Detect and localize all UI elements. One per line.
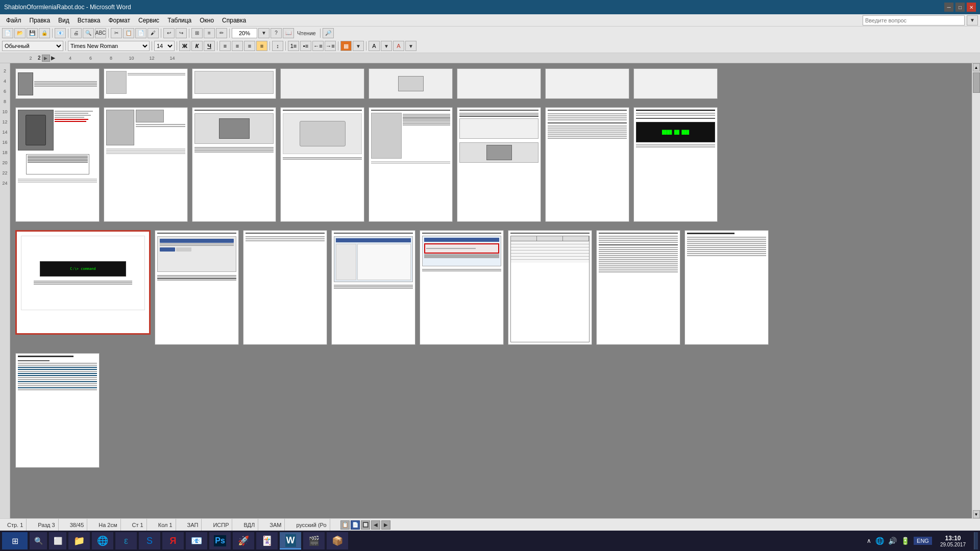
drawing-button[interactable]: ✏ <box>216 28 227 38</box>
menu-format[interactable]: Формат <box>104 16 134 25</box>
font-size-select[interactable]: 14 <box>154 41 175 51</box>
zoom-input[interactable] <box>232 28 257 38</box>
bullets-button[interactable]: •≡ <box>300 41 311 51</box>
status-icon-3[interactable]: 🔲 <box>361 520 370 530</box>
taskbar-word-button[interactable]: W <box>280 532 301 549</box>
highlight-dropdown[interactable]: ▼ <box>381 41 392 51</box>
border-button[interactable]: ▦ <box>340 41 352 51</box>
menu-help[interactable]: Справка <box>218 16 250 25</box>
align-left-button[interactable]: ≡ <box>219 41 231 51</box>
permission-button[interactable]: 🔒 <box>39 28 50 38</box>
start-button[interactable]: ⊞ <box>2 532 28 549</box>
tray-network[interactable]: 🌐 <box>875 537 884 545</box>
format-painter[interactable]: 🖌 <box>148 28 159 38</box>
research-button[interactable]: 🔎 <box>323 28 334 38</box>
highlight-button[interactable]: A <box>369 41 380 51</box>
page-thumbnail-r2-4[interactable] <box>280 107 364 222</box>
taskbar-app-button[interactable]: 🃏 <box>256 532 278 549</box>
style-select[interactable]: Обычный <box>2 41 63 51</box>
document-canvas[interactable]: ████ ██ ███ C:\> command <box>10 63 972 518</box>
numbering-button[interactable]: 1≡ <box>288 41 299 51</box>
redo-button[interactable]: ↪ <box>176 28 187 38</box>
increase-indent[interactable]: →≡ <box>325 41 336 51</box>
page-thumbnail-6[interactable] <box>457 68 541 99</box>
email-button[interactable]: 📧 <box>55 28 66 38</box>
status-icon-5[interactable]: ▶ <box>381 520 390 530</box>
menu-insert[interactable]: Вставка <box>74 16 105 25</box>
page-thumbnail-r4-1[interactable] <box>15 353 100 468</box>
taskbar-media-button[interactable]: 🎬 <box>303 532 325 549</box>
new-button[interactable]: 📄 <box>2 28 13 38</box>
bold-button[interactable]: Ж <box>179 41 190 51</box>
page-thumbnail-5[interactable] <box>369 68 453 99</box>
save-button[interactable]: 💾 <box>27 28 38 38</box>
page-thumbnail-r3-1-selected[interactable]: C:\> command <box>15 230 151 335</box>
taskbar-taskview-button[interactable]: ⬜ <box>49 532 66 549</box>
spell-button[interactable]: ABC <box>95 28 106 38</box>
page-thumbnail-r2-2[interactable] <box>104 107 188 222</box>
align-right-button[interactable]: ≡ <box>244 41 255 51</box>
copy-button[interactable]: 📋 <box>123 28 134 38</box>
decrease-indent[interactable]: ←≡ <box>312 41 324 51</box>
line-spacing-button[interactable]: ↕ <box>272 41 283 51</box>
taskbar-3d-button[interactable]: 📦 <box>327 532 348 549</box>
table-button[interactable]: ⊞ <box>191 28 203 38</box>
open-button[interactable]: 📂 <box>14 28 26 38</box>
zoom-help[interactable]: ? <box>271 28 282 38</box>
page-thumbnail-r3-4[interactable] <box>331 230 415 345</box>
taskbar-photoshop-button[interactable]: Ps <box>209 532 231 549</box>
status-icon-2[interactable]: 📄 <box>351 520 360 530</box>
taskbar-yandex-button[interactable]: Я <box>162 532 184 549</box>
page-thumbnail-r2-7[interactable] <box>545 107 629 222</box>
align-center-button[interactable]: ≡ <box>232 41 243 51</box>
columns-button[interactable]: ≡ <box>204 28 215 38</box>
tray-chevron[interactable]: ∧ <box>867 537 871 544</box>
page-thumbnail-2[interactable] <box>104 68 188 99</box>
tray-battery[interactable]: 🔋 <box>901 537 910 545</box>
restore-button[interactable]: □ <box>955 3 965 12</box>
page-thumbnail-r3-5[interactable] <box>420 230 504 345</box>
show-desktop-button[interactable] <box>974 532 978 549</box>
border-dropdown[interactable]: ▼ <box>353 41 364 51</box>
page-thumbnail-r3-3[interactable] <box>243 230 327 345</box>
page-thumbnail-7[interactable] <box>545 68 629 99</box>
page-thumbnail-r3-7[interactable] <box>596 230 680 345</box>
page-thumbnail-r2-5[interactable] <box>369 107 453 222</box>
font-select[interactable]: Times New Roman <box>68 41 150 51</box>
page-thumbnail-r2-6[interactable] <box>457 107 541 222</box>
undo-button[interactable]: ↩ <box>163 28 175 38</box>
taskbar-search-button[interactable]: 🔍 <box>30 532 47 549</box>
preview-button[interactable]: 🔍 <box>83 28 94 38</box>
tray-volume[interactable]: 🔊 <box>888 537 897 545</box>
menu-window[interactable]: Окно <box>195 16 218 25</box>
help-search-input[interactable] <box>863 15 965 26</box>
status-icon-4[interactable]: ◀ <box>371 520 380 530</box>
menu-view[interactable]: Вид <box>54 16 74 25</box>
page-thumbnail-4[interactable] <box>280 68 364 99</box>
page-thumbnail-r2-3[interactable] <box>192 107 276 222</box>
menu-table[interactable]: Таблица <box>163 16 195 25</box>
taskbar-explorer-button[interactable]: 📁 <box>68 532 90 549</box>
taskbar-ie2-button[interactable]: 🚀 <box>233 532 254 549</box>
taskbar-mail-button[interactable]: 📧 <box>186 532 207 549</box>
print-button[interactable]: 🖨 <box>70 28 82 38</box>
minimize-button[interactable]: ─ <box>944 3 953 12</box>
page-thumbnail-1[interactable] <box>15 68 100 99</box>
italic-button[interactable]: К <box>191 41 203 51</box>
help-search-button[interactable]: ▼ <box>967 15 978 26</box>
underline-button[interactable]: Ч <box>204 41 215 51</box>
font-color-button[interactable]: A <box>393 41 404 51</box>
page-thumbnail-8[interactable] <box>633 68 718 99</box>
font-color-dropdown[interactable]: ▼ <box>405 41 416 51</box>
status-icon-1[interactable]: 📋 <box>340 520 350 530</box>
align-justify-button[interactable]: ≡ <box>256 41 267 51</box>
page-thumbnail-r3-6[interactable] <box>508 230 592 345</box>
menu-edit[interactable]: Правка <box>26 16 55 25</box>
taskbar-edge-button[interactable]: ε <box>115 532 137 549</box>
zoom-dropdown[interactable]: ▼ <box>258 28 270 38</box>
menu-service[interactable]: Сервис <box>134 16 163 25</box>
vertical-scrollbar[interactable]: ▲ ▼ <box>972 63 980 518</box>
menu-file[interactable]: Файл <box>2 16 26 25</box>
close-button[interactable]: ✕ <box>967 3 976 12</box>
taskbar-skype-button[interactable]: S <box>139 532 160 549</box>
